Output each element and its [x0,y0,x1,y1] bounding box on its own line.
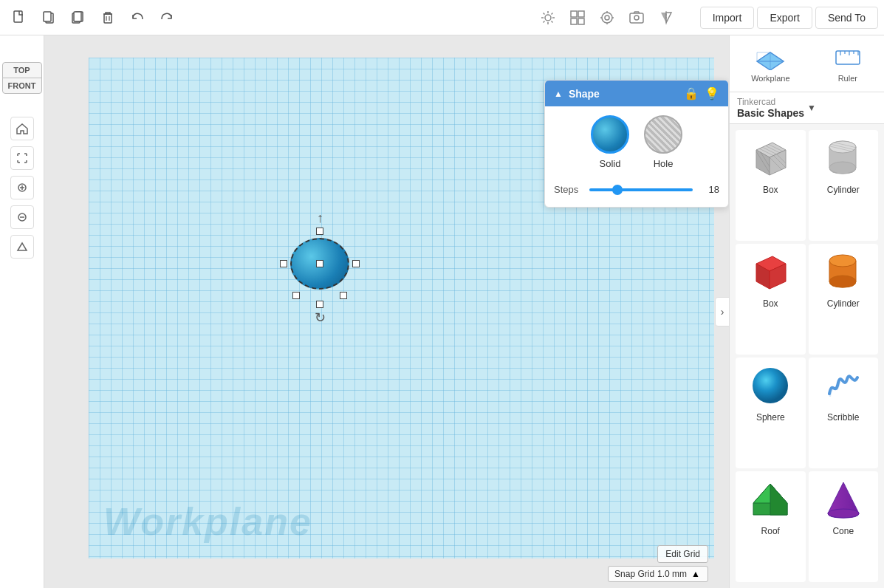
toolbar: Import Export Send To [0,0,884,35]
shape-type-row: Solid Hole [554,115,719,169]
svg-rect-2 [44,12,51,21]
view-camera-icon[interactable] [594,4,620,31]
rotate-arrow-icon[interactable]: ↻ [315,310,326,326]
undo-button[interactable] [124,4,151,31]
category-dropdown-icon[interactable]: ▼ [807,103,816,113]
zoom-out-button[interactable] [10,205,34,229]
right-sidebar: Workplane Ruler Tinker [729,35,884,588]
box-gray-icon [748,136,792,180]
sidebar-top-tools: Workplane Ruler [730,35,884,92]
category-name: Basic Shapes [737,107,804,119]
snap-grid-row: Snap Grid 1.0 mm ▲ [608,566,708,582]
svg-point-74 [753,368,788,403]
redo-button[interactable] [154,4,180,31]
hole-option[interactable]: Hole [644,115,682,169]
left-panel: TOP FRONT [0,35,44,588]
lock-icon[interactable]: 🔒 [684,86,699,100]
category-selector[interactable]: Tinkercad Basic Shapes ▼ [730,92,884,124]
shape-item-box-gray[interactable]: Box [736,130,806,241]
snap-dropdown-button[interactable]: ▲ [690,569,702,579]
import-button[interactable]: Import [700,7,755,29]
shape-panel-title: Shape [569,88,600,100]
shape-item-cylinder-orange[interactable]: Cylinder [809,244,879,355]
home-nav-button[interactable] [10,117,34,140]
shape-panel-collapse-icon[interactable]: ▲ [554,89,563,99]
lift-arrow-icon[interactable]: ↑ [317,211,323,225]
view-light-icon[interactable] [535,4,561,31]
shape-panel-header: ▲ Shape 🔒 💡 [545,81,728,106]
shape-label-cylinder-orange: Cylinder [827,298,860,309]
delete-button[interactable] [95,4,121,31]
svg-rect-40 [836,51,860,64]
svg-point-72 [829,276,856,287]
shape-label-cone: Cone [832,526,854,536]
bottom-right-handle[interactable] [340,292,347,299]
svg-point-29 [634,16,639,20]
right-handle[interactable] [352,260,360,267]
new-button[interactable] [6,4,32,31]
shape-label-scribble: Scribble [827,412,859,423]
edit-grid-button[interactable]: Edit Grid [657,545,708,563]
bottom-handle[interactable] [316,301,323,308]
view-cube[interactable]: TOP FRONT [0,44,48,111]
svg-line-16 [543,21,544,22]
solid-circle-icon [591,115,629,154]
main-area: TOP FRONT Workplane ↑ [0,35,884,588]
view-grid-icon[interactable] [564,4,591,31]
scribble-icon [821,363,866,408]
view-mirror-icon[interactable] [653,4,679,31]
zoom-in-button[interactable] [10,176,34,199]
fit-nav-button[interactable] [10,146,34,170]
shape-item-roof[interactable]: Roof [736,471,806,582]
shape-item-cone[interactable]: Cone [809,471,879,582]
shape-label-box-red: Box [763,298,778,309]
workplane-tool-button[interactable]: Workplane [745,41,795,86]
shape-panel: ▲ Shape 🔒 💡 Solid Hole [544,80,729,208]
shape-item-scribble[interactable]: Scribble [809,358,879,468]
ruler-tool-button[interactable]: Ruler [827,41,868,86]
svg-rect-0 [14,11,22,22]
svg-rect-19 [578,11,584,17]
solid-option[interactable]: Solid [591,115,629,169]
svg-line-15 [551,21,552,22]
snap-grid-label: Snap Grid [614,569,654,579]
svg-point-22 [602,13,612,23]
steps-slider[interactable] [589,188,693,191]
snap-value: 1.0 mm [657,569,687,579]
left-handle[interactable] [280,260,287,267]
copy-button[interactable] [35,4,62,31]
view-cube-front[interactable]: FRONT [2,78,42,94]
shape-item-cylinder-gray[interactable]: Cylinder [809,130,879,241]
help-icon[interactable]: 💡 [705,86,719,100]
hole-circle-icon [644,115,682,154]
workplane-label: Workplane [103,499,312,544]
hole-label: Hole [654,158,674,169]
svg-rect-5 [74,12,81,21]
canvas-area[interactable]: Workplane ↑ [44,35,729,588]
duplicate-button[interactable] [65,4,92,31]
send-to-button[interactable]: Send To [815,7,878,29]
export-button[interactable]: Export [757,7,812,29]
shapes-grid: Box [730,124,884,588]
panel-collapse-arrow[interactable]: › [715,297,729,327]
shape-item-sphere[interactable]: Sphere [736,358,806,468]
center-handle[interactable] [316,260,323,267]
svg-line-14 [543,13,544,14]
view-cube-top[interactable]: TOP [2,62,42,78]
svg-rect-21 [578,18,584,24]
top-handle[interactable] [316,228,323,235]
svg-point-23 [605,16,609,20]
sphere-object[interactable]: ↑ ↻ [280,211,360,326]
shape-label-box-gray: Box [763,185,778,195]
cone-icon [821,477,866,522]
canvas-bottom-controls: Edit Grid Snap Grid 1.0 mm ▲ [608,545,708,582]
bottom-left-handle[interactable] [292,292,300,299]
shape-item-box-red[interactable]: Box [736,244,806,355]
svg-point-73 [829,255,856,267]
ruler-tool-icon [833,44,863,71]
shape-label-cylinder-gray: Cylinder [827,185,860,195]
perspective-button[interactable] [10,235,34,259]
sphere-3d-object[interactable] [290,238,349,290]
box-red-icon [748,250,792,294]
view-screenshot-icon[interactable] [623,4,650,31]
